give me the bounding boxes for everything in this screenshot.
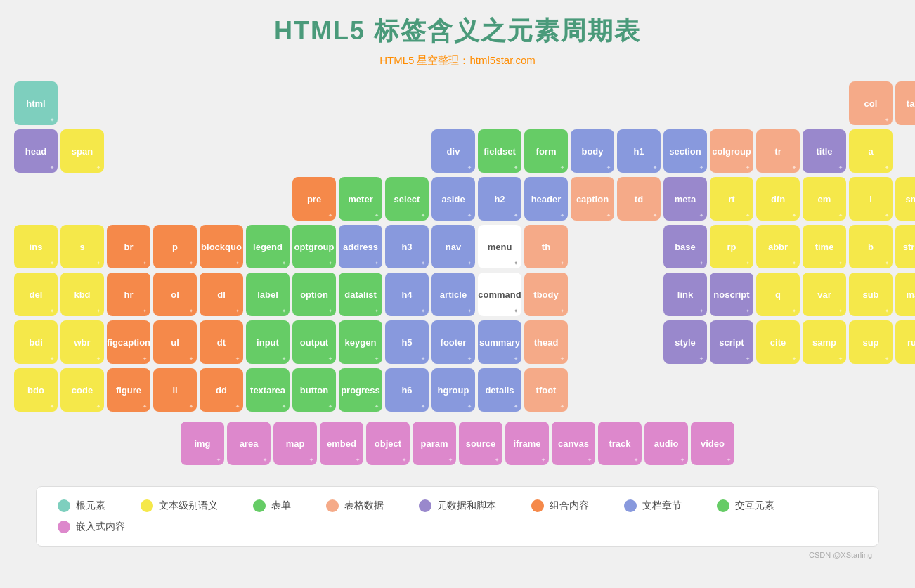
element-head[interactable]: head: [14, 129, 58, 173]
element-figcaption[interactable]: figcaption: [107, 320, 150, 364]
element-param[interactable]: param: [413, 422, 456, 465]
element-bdo[interactable]: bdo: [14, 368, 58, 412]
element-q[interactable]: q: [756, 273, 800, 316]
element-hgroup[interactable]: hgroup: [431, 368, 475, 412]
element-div[interactable]: div: [431, 129, 475, 173]
element-audio[interactable]: audio: [644, 422, 688, 465]
element-datalist[interactable]: datalist: [339, 273, 382, 316]
element-dfn[interactable]: dfn: [756, 177, 800, 221]
element-td[interactable]: td: [617, 177, 661, 221]
element-form[interactable]: form: [524, 129, 568, 173]
element-blockquote[interactable]: blockquo: [200, 225, 243, 268]
element-fieldset[interactable]: fieldset: [478, 129, 521, 173]
element-noscript[interactable]: noscript: [710, 273, 753, 316]
element-rt[interactable]: rt: [710, 177, 753, 221]
element-th[interactable]: th: [524, 225, 568, 268]
element-link[interactable]: link: [663, 273, 707, 316]
element-code[interactable]: code: [60, 368, 104, 412]
element-strong[interactable]: strong: [895, 225, 915, 268]
element-s[interactable]: s: [60, 225, 104, 268]
element-small[interactable]: small: [895, 177, 915, 221]
element-tr[interactable]: tr: [756, 129, 800, 173]
element-keygen[interactable]: keygen: [339, 320, 382, 364]
element-rp[interactable]: rp: [710, 225, 753, 268]
element-h2[interactable]: h2: [478, 177, 521, 221]
element-tfoot[interactable]: tfoot: [524, 368, 568, 412]
element-input[interactable]: input: [246, 320, 290, 364]
element-select[interactable]: select: [385, 177, 429, 221]
element-wbr[interactable]: wbr: [60, 320, 104, 364]
element-a[interactable]: a: [849, 129, 893, 173]
element-b[interactable]: b: [849, 225, 893, 268]
element-section[interactable]: section: [663, 129, 707, 173]
element-tbody[interactable]: tbody: [524, 273, 568, 316]
element-sub[interactable]: sub: [849, 273, 893, 316]
element-meter[interactable]: meter: [339, 177, 382, 221]
element-iframe[interactable]: iframe: [505, 422, 549, 465]
element-samp[interactable]: samp: [803, 320, 846, 364]
element-br[interactable]: br: [107, 225, 150, 268]
element-map[interactable]: map: [273, 422, 317, 465]
element-output[interactable]: output: [292, 320, 336, 364]
element-colgroup[interactable]: colgroup: [710, 129, 753, 173]
element-meta[interactable]: meta: [663, 177, 707, 221]
element-h1[interactable]: h1: [617, 129, 661, 173]
element-var[interactable]: var: [803, 273, 846, 316]
element-caption[interactable]: caption: [571, 177, 614, 221]
element-table[interactable]: table: [895, 81, 915, 125]
element-hr[interactable]: hr: [107, 273, 150, 316]
element-kbd[interactable]: kbd: [60, 273, 104, 316]
element-dd[interactable]: dd: [200, 368, 243, 412]
element-mark[interactable]: mark: [895, 273, 915, 316]
element-area[interactable]: area: [227, 422, 271, 465]
element-ol[interactable]: ol: [153, 273, 197, 316]
element-textarea[interactable]: textarea: [246, 368, 290, 412]
element-thead[interactable]: thead: [524, 320, 568, 364]
element-h5[interactable]: h5: [385, 320, 429, 364]
element-em[interactable]: em: [803, 177, 846, 221]
element-i[interactable]: i: [849, 177, 893, 221]
element-ins[interactable]: ins: [14, 225, 58, 268]
element-legend[interactable]: legend: [246, 225, 290, 268]
element-aside[interactable]: aside: [431, 177, 475, 221]
element-object[interactable]: object: [366, 422, 410, 465]
element-progress[interactable]: progress: [339, 368, 382, 412]
element-abbr[interactable]: abbr: [756, 225, 800, 268]
element-track[interactable]: track: [598, 422, 642, 465]
element-figure[interactable]: figure: [107, 368, 150, 412]
element-pre[interactable]: pre: [292, 177, 336, 221]
element-menu[interactable]: menu: [478, 225, 521, 268]
element-canvas[interactable]: canvas: [552, 422, 595, 465]
element-footer[interactable]: footer: [431, 320, 475, 364]
element-header[interactable]: header: [524, 177, 568, 221]
element-body[interactable]: body: [571, 129, 614, 173]
element-ruby[interactable]: ruby: [895, 320, 915, 364]
element-li[interactable]: li: [153, 368, 197, 412]
element-h6[interactable]: h6: [385, 368, 429, 412]
element-label[interactable]: label: [246, 273, 290, 316]
element-address[interactable]: address: [339, 225, 382, 268]
element-dl[interactable]: dl: [200, 273, 243, 316]
element-base[interactable]: base: [663, 225, 707, 268]
element-sup[interactable]: sup: [849, 320, 893, 364]
element-summary[interactable]: summary: [478, 320, 521, 364]
element-time[interactable]: time: [803, 225, 846, 268]
element-command[interactable]: command: [478, 273, 521, 316]
element-html[interactable]: html: [14, 81, 58, 125]
element-optgroup[interactable]: optgroup: [292, 225, 336, 268]
element-option[interactable]: option: [292, 273, 336, 316]
element-embed[interactable]: embed: [320, 422, 363, 465]
element-article[interactable]: article: [431, 273, 475, 316]
element-span[interactable]: span: [60, 129, 104, 173]
element-bdi[interactable]: bdi: [14, 320, 58, 364]
element-source[interactable]: source: [459, 422, 502, 465]
element-h4[interactable]: h4: [385, 273, 429, 316]
element-video[interactable]: video: [691, 422, 734, 465]
element-details[interactable]: details: [478, 368, 521, 412]
element-del[interactable]: del: [14, 273, 58, 316]
element-style[interactable]: style: [663, 320, 707, 364]
element-script[interactable]: script: [710, 320, 753, 364]
element-dt[interactable]: dt: [200, 320, 243, 364]
element-button[interactable]: button: [292, 368, 336, 412]
element-title[interactable]: title: [803, 129, 846, 173]
